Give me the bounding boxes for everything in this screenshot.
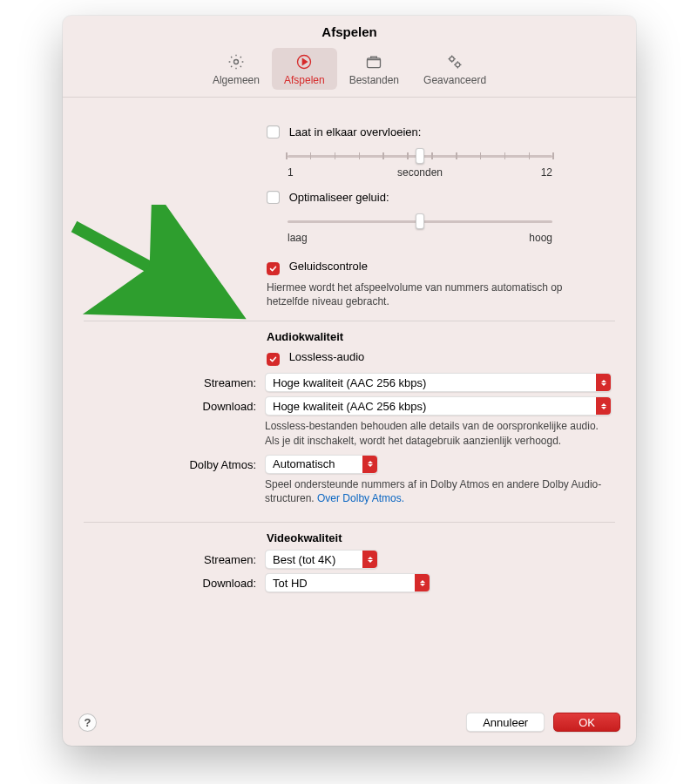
- ok-button[interactable]: OK: [553, 713, 620, 732]
- content-area: Laat in elkaar overvloeien: 1 seconden 1…: [63, 98, 636, 700]
- video-download-select[interactable]: Tot HD: [265, 573, 430, 592]
- gear-icon: [227, 52, 246, 71]
- slider-min: 1: [288, 166, 294, 179]
- lossless-label: Lossless-audio: [289, 350, 365, 363]
- lossless-checkbox[interactable]: [267, 353, 280, 366]
- crossfade-label: Laat in elkaar overvloeien:: [289, 125, 422, 139]
- video-section: Videokwaliteit Streamen: Best (tot 4K) D…: [84, 523, 615, 609]
- audio-section: Audiokwaliteit Lossless-audio Streamen: …: [84, 321, 615, 523]
- playback-section: Laat in elkaar overvloeien: 1 seconden 1…: [84, 115, 615, 321]
- tab-bestanden[interactable]: Bestanden: [337, 48, 411, 90]
- crossfade-checkbox[interactable]: [267, 125, 280, 139]
- dolby-select[interactable]: Automatisch: [265, 455, 378, 474]
- tabbar: Algemeen Afspelen Bestanden Geavanceerd: [63, 44, 636, 98]
- slider-thumb[interactable]: [416, 213, 424, 229]
- soundcheck-label: Geluidscontrole: [289, 260, 368, 273]
- select-value: Tot HD: [273, 577, 308, 590]
- slider-high: hoog: [529, 232, 552, 244]
- select-value: Best (tot 4K): [273, 553, 335, 566]
- slider-max: 12: [541, 166, 552, 179]
- select-value: Hoge kwaliteit (AAC 256 kbps): [273, 400, 426, 413]
- dolby-link[interactable]: Over Dolby Atmos.: [317, 492, 404, 504]
- tab-algemeen[interactable]: Algemeen: [200, 48, 272, 90]
- svg-point-3: [450, 57, 454, 61]
- optimize-label: Optimaliseer geluid:: [289, 191, 389, 204]
- chevron-updown-icon: [362, 551, 377, 568]
- audio-heading: Audiokwaliteit: [267, 330, 615, 343]
- slider-thumb[interactable]: [416, 148, 424, 164]
- video-heading: Videokwaliteit: [267, 531, 615, 544]
- crossfade-slider[interactable]: 1 seconden 12: [267, 140, 554, 180]
- help-button[interactable]: ?: [78, 713, 97, 732]
- lossless-row: Lossless-audio: [267, 348, 615, 368]
- footer: ? Annuleer OK: [63, 700, 636, 746]
- window-title: Afspelen: [63, 16, 636, 44]
- video-stream-label: Streamen:: [84, 550, 265, 566]
- slider-low: laag: [288, 232, 308, 244]
- download-label: Download:: [84, 396, 265, 413]
- video-stream-select[interactable]: Best (tot 4K): [265, 550, 378, 569]
- chevron-updown-icon: [415, 574, 430, 591]
- optimize-checkbox[interactable]: [267, 191, 280, 204]
- slider-unit: seconden: [397, 166, 443, 179]
- svg-point-4: [456, 63, 460, 67]
- chevron-updown-icon: [596, 374, 611, 391]
- dolby-label: Dolby Atmos:: [84, 455, 265, 471]
- dolby-description: Speel ondersteunde nummers af in Dolby A…: [265, 477, 615, 505]
- optimize-row: Optimaliseer geluid:: [267, 189, 615, 206]
- soundcheck-row: Geluidscontrole: [267, 258, 615, 277]
- tab-label: Bestanden: [349, 74, 399, 86]
- select-value: Hoge kwaliteit (AAC 256 kbps): [273, 376, 426, 389]
- play-icon: [294, 52, 314, 71]
- chevron-updown-icon: [596, 397, 611, 415]
- optimize-slider[interactable]: laag hoog: [267, 206, 554, 246]
- lossless-description: Lossless-bestanden behouden alle details…: [265, 419, 615, 447]
- cancel-button[interactable]: Annuleer: [466, 713, 545, 732]
- crossfade-row: Laat in elkaar overvloeien:: [267, 124, 615, 140]
- tab-geavanceerd[interactable]: Geavanceerd: [411, 48, 498, 90]
- audio-download-select[interactable]: Hoge kwaliteit (AAC 256 kbps): [265, 396, 612, 416]
- folder-icon: [364, 52, 383, 71]
- video-download-label: Download:: [84, 573, 265, 590]
- chevron-updown-icon: [362, 456, 377, 473]
- stream-label: Streamen:: [84, 373, 265, 389]
- tab-label: Algemeen: [213, 74, 260, 86]
- gears-icon: [445, 52, 464, 71]
- tab-label: Afspelen: [284, 74, 325, 86]
- tab-afspelen[interactable]: Afspelen: [272, 48, 337, 90]
- soundcheck-checkbox[interactable]: [267, 262, 280, 275]
- svg-point-0: [233, 60, 238, 64]
- preferences-window: Afspelen Algemeen Afspelen Bestanden Gea…: [63, 16, 636, 746]
- select-value: Automatisch: [273, 457, 335, 470]
- soundcheck-description: Hiermee wordt het afspeelvolume van numm…: [267, 280, 615, 308]
- tab-label: Geavanceerd: [423, 74, 486, 86]
- audio-stream-select[interactable]: Hoge kwaliteit (AAC 256 kbps): [265, 373, 612, 392]
